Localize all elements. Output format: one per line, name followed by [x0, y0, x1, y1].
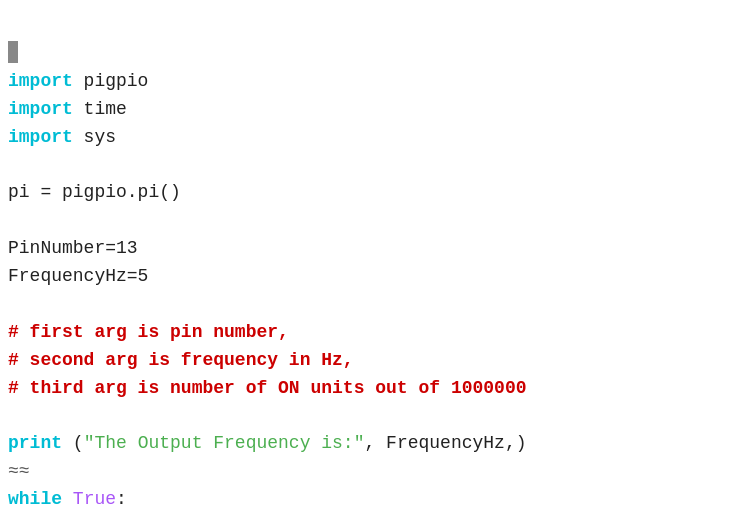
code-text: (: [62, 433, 84, 453]
code-editor: import pigpio import time import sys pi …: [8, 12, 722, 506]
code-text: FrequencyHz=5: [8, 266, 148, 286]
keyword-import-2: import: [8, 99, 73, 119]
comment-line-3: # third arg is number of ON units out of…: [8, 378, 527, 398]
code-text: pigpio: [73, 71, 149, 91]
code-text: , FrequencyHz,): [364, 433, 526, 453]
code-text: PinNumber=13: [8, 238, 138, 258]
keyword-true: True: [73, 489, 116, 506]
keyword-while: while: [8, 489, 62, 506]
comment-line-1: # first arg is pin number,: [8, 322, 289, 342]
approx-symbol: ≈≈: [8, 461, 30, 481]
keyword-import-3: import: [8, 127, 73, 147]
code-text: [62, 489, 73, 506]
code-text: :: [116, 489, 127, 506]
code-text: pi = pigpio.pi(): [8, 182, 181, 202]
cursor-block: [8, 41, 18, 63]
code-text: sys: [73, 127, 116, 147]
comment-line-2: # second arg is frequency in Hz,: [8, 350, 354, 370]
keyword-print: print: [8, 433, 62, 453]
string-literal: "The Output Frequency is:": [84, 433, 365, 453]
code-text: time: [73, 99, 127, 119]
keyword-import-1: import: [8, 71, 73, 91]
